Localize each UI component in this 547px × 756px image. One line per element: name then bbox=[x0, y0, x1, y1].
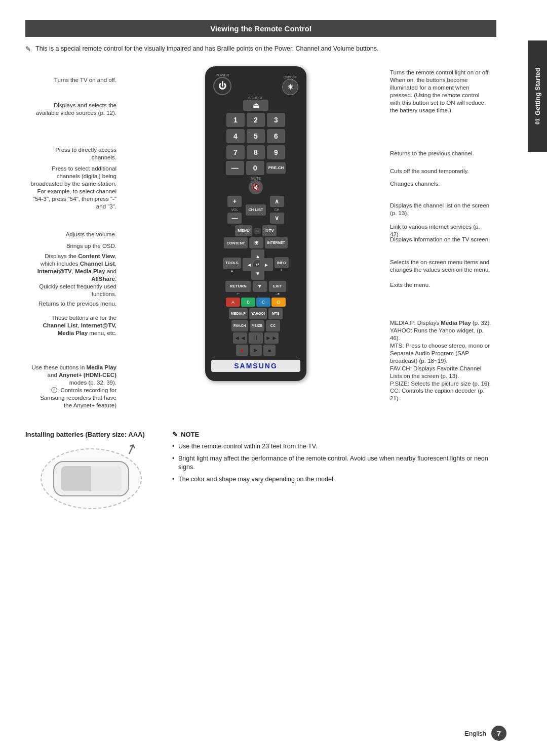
onoff-button[interactable]: ☀ bbox=[282, 79, 298, 95]
note-item-2: Bright light may affect the performance … bbox=[172, 454, 496, 472]
right-ann-8: Selects the on-screen menu items and cha… bbox=[390, 259, 491, 274]
left-ann-2: Displays and selects the available video… bbox=[30, 102, 116, 117]
btn-c[interactable]: C bbox=[256, 298, 270, 307]
btn-a[interactable]: A bbox=[226, 298, 240, 307]
language-label: English bbox=[464, 730, 486, 737]
ff-button[interactable]: ►► bbox=[264, 332, 279, 344]
right-ann-3: Cuts off the sound temporarily. bbox=[390, 167, 491, 175]
side-tab-label: Getting Started bbox=[534, 68, 541, 115]
left-ann-6: Brings up the OSD. bbox=[30, 242, 116, 250]
side-tab: 01 Getting Started bbox=[528, 40, 547, 152]
btn-3[interactable]: 3 bbox=[267, 113, 285, 127]
down-button[interactable]: ▼ bbox=[253, 281, 267, 292]
cc-button[interactable]: CC bbox=[266, 320, 280, 331]
dpad-down[interactable]: ▼ bbox=[251, 267, 264, 280]
vol-label: VOL bbox=[231, 208, 238, 212]
left-ann-7: Displays the Content View, which include… bbox=[30, 253, 116, 283]
rewind-button[interactable]: ◄◄ bbox=[233, 332, 247, 344]
btn-9[interactable]: 9 bbox=[267, 145, 285, 159]
remote-control: POWER ⏻ ON/OFF ☀ SOURCE ⏏ 1 2 bbox=[205, 66, 306, 381]
content-button[interactable]: CONTENT bbox=[224, 237, 247, 248]
info-button[interactable]: INFO bbox=[275, 257, 289, 268]
btn-d[interactable]: D bbox=[271, 298, 286, 307]
internet-button[interactable]: INTERNET bbox=[265, 237, 288, 248]
prech-button[interactable]: PRE-CH bbox=[266, 162, 286, 174]
note-section: NOTE Use the remote control within 23 fe… bbox=[172, 431, 496, 514]
left-ann-10: These buttons are for the Channel List, … bbox=[30, 314, 116, 337]
yahoo-button[interactable]: YAHOO! bbox=[249, 308, 267, 319]
intro-text: This is a special remote control for the… bbox=[25, 45, 496, 52]
btn-7[interactable]: 7 bbox=[226, 145, 245, 159]
right-ann-5: Displays the channel list on the screen … bbox=[390, 202, 491, 217]
left-ann-9: Returns to the previous menu. bbox=[30, 300, 116, 308]
btn-2[interactable]: 2 bbox=[247, 113, 265, 127]
mute-label: MUTE bbox=[251, 177, 261, 180]
right-ann-9: Exits the menu. bbox=[390, 281, 491, 289]
mediap-button[interactable]: MEDIA.P bbox=[229, 308, 248, 319]
page-footer: English 7 bbox=[464, 726, 506, 741]
note-item-3: The color and shape may vary depending o… bbox=[172, 475, 496, 484]
ch-down-button[interactable]: ∨ bbox=[270, 213, 284, 224]
left-annotations: Turns the TV on and off. Displays and se… bbox=[25, 61, 127, 415]
battery-inner bbox=[53, 461, 129, 496]
side-tab-number: 01 bbox=[534, 118, 540, 124]
battery-diagram: ↗ bbox=[35, 443, 147, 514]
btn-4[interactable]: 4 bbox=[226, 129, 245, 143]
chlist-button[interactable]: CH LIST bbox=[246, 204, 265, 216]
right-ann-2: Returns to the previous channel. bbox=[390, 150, 491, 157]
number-grid: 1 2 3 4 ·5 6 7 8 9 bbox=[211, 113, 300, 159]
return-button[interactable]: RETURN bbox=[225, 281, 250, 292]
btn-0[interactable]: 0 bbox=[246, 161, 264, 175]
power-label: POWER bbox=[216, 73, 229, 77]
note-item-1: Use the remote control within 23 feet fr… bbox=[172, 442, 496, 451]
dash-button[interactable]: — bbox=[226, 161, 244, 175]
left-ann-5: Adjusts the volume. bbox=[30, 231, 116, 238]
vol-up-button[interactable]: + bbox=[227, 196, 242, 207]
battery-section: Installing batteries (Battery size: AAA)… bbox=[25, 431, 157, 514]
battery-title: Installing batteries (Battery size: AAA) bbox=[25, 431, 157, 438]
info-display: III bbox=[254, 228, 261, 234]
right-ann-4: Changes channels. bbox=[390, 180, 491, 188]
right-ann-10: MEDIA.P: Displays Media Play (p. 32).YAH… bbox=[390, 319, 491, 402]
record-button[interactable]: ● bbox=[236, 345, 248, 356]
ch-up-button[interactable]: ∧ bbox=[270, 196, 284, 207]
source-label: SOURCE bbox=[248, 96, 263, 100]
play-button[interactable]: ► bbox=[250, 345, 262, 356]
onoff-label: ON/OFF bbox=[284, 75, 297, 79]
tools-button[interactable]: TOOLS bbox=[223, 258, 241, 269]
left-ann-11: Use these buttons in Media Play and Anyn… bbox=[30, 364, 116, 409]
dpad: ▲ ◄ ↵ ► ▼ bbox=[243, 249, 273, 280]
left-ann-4: Press to select additional channels (dig… bbox=[30, 165, 116, 211]
right-ann-7: Displays information on the TV screen. bbox=[390, 236, 491, 243]
left-ann-8: Quickly select frequently used functions… bbox=[30, 283, 116, 298]
note-list: Use the remote control within 23 feet fr… bbox=[172, 442, 496, 484]
btn-8[interactable]: 8 bbox=[247, 145, 265, 159]
power-button[interactable]: ⏻ bbox=[213, 77, 231, 95]
samsung-logo: SAMSUNG bbox=[211, 360, 300, 372]
mts-button[interactable]: MTS bbox=[268, 308, 283, 319]
btn-5[interactable]: ·5 bbox=[247, 129, 265, 143]
btn-6[interactable]: 6 bbox=[267, 129, 285, 143]
tv-button[interactable]: @TV bbox=[262, 225, 277, 236]
favch-button[interactable]: FAV.CH bbox=[231, 320, 248, 331]
guide-button[interactable]: ⊞ bbox=[249, 237, 263, 248]
exit-button[interactable]: EXIT bbox=[269, 281, 286, 292]
note-title: NOTE bbox=[172, 431, 496, 438]
bottom-section: Installing batteries (Battery size: AAA)… bbox=[25, 431, 496, 514]
menu-button[interactable]: MENU bbox=[235, 225, 252, 236]
mute-button[interactable]: 🔇 bbox=[249, 180, 263, 194]
page-title: Viewing the Remote Control bbox=[25, 20, 496, 37]
btn-b[interactable]: B bbox=[241, 298, 255, 307]
left-ann-3: Press to directly access channels. bbox=[30, 146, 116, 161]
vol-down-button[interactable]: — bbox=[227, 213, 242, 224]
left-ann-1: Turns the TV on and off. bbox=[30, 76, 116, 84]
page-container: 01 Getting Started Viewing the Remote Co… bbox=[0, 0, 547, 756]
remote-area: POWER ⏻ ON/OFF ☀ SOURCE ⏏ 1 2 bbox=[127, 61, 385, 415]
psize-button[interactable]: P.SIZE bbox=[250, 320, 264, 331]
right-ann-1: Turns the remote control light on or off… bbox=[390, 69, 491, 114]
stop-button[interactable]: ■ bbox=[263, 345, 276, 356]
source-button[interactable]: ⏏ bbox=[243, 100, 268, 111]
pause-button[interactable]: II bbox=[249, 332, 263, 344]
btn-1[interactable]: 1 bbox=[226, 113, 245, 127]
ch-label: CH bbox=[275, 208, 280, 212]
